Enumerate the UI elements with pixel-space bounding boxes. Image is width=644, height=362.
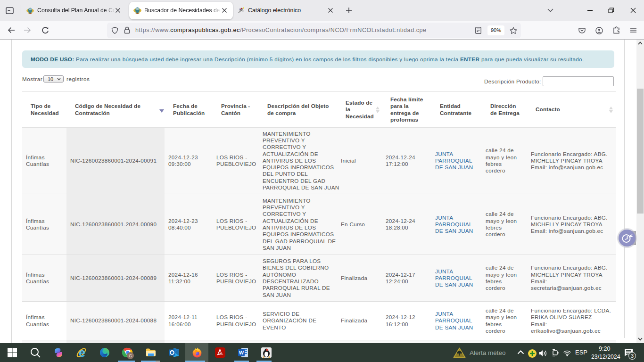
svg-text:3: 3 bbox=[631, 353, 634, 359]
svg-text:W: W bbox=[239, 350, 244, 355]
